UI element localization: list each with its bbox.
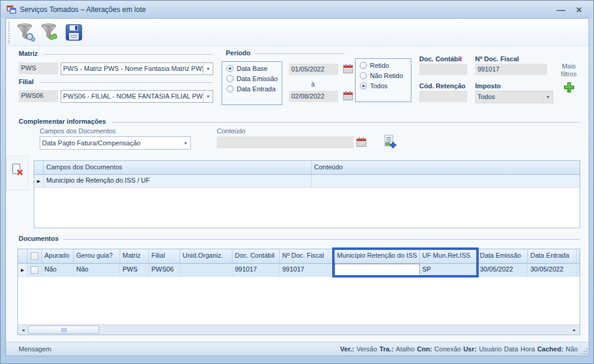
grid-side-toolbar: · · ·: [6, 156, 29, 190]
col-num-doc-fiscal[interactable]: Nº Doc. Fiscal: [280, 249, 335, 264]
save-button[interactable]: [62, 20, 86, 44]
imposto-combobox[interactable]: Todos ▼: [475, 91, 553, 103]
row-checkbox-cell[interactable]: [28, 264, 42, 277]
radio-data-base[interactable]: Data Base: [226, 65, 282, 72]
campos-documentos-dropdown-icon[interactable]: ▼: [181, 137, 190, 149]
radio-retido[interactable]: Retido: [360, 62, 411, 69]
matriz-divider: [44, 54, 213, 55]
cell-data-emissao[interactable]: 30/05/2022: [477, 264, 528, 277]
cell-gerou-guia[interactable]: Não: [74, 264, 120, 277]
documentos-grid-row[interactable]: ▶ Não Não PWS PWS06 991017 991017 SP 30/…: [18, 264, 580, 277]
filter-search-button[interactable]: [14, 20, 38, 44]
toolbar-grip[interactable]: [8, 22, 10, 43]
overflow-dots-icon[interactable]: · · ·: [12, 157, 23, 160]
resize-grip[interactable]: [581, 348, 587, 354]
app-icon: [7, 5, 16, 14]
status-tra-value: Atalho: [396, 345, 414, 353]
radio-todos[interactable]: Todos: [360, 82, 411, 89]
matriz-code-field[interactable]: PWS: [19, 62, 58, 74]
campos-grid-col-conteudo[interactable]: Conteúdo: [312, 161, 580, 175]
radio-nao-retido-icon[interactable]: [360, 72, 367, 79]
col-doc-contabil[interactable]: Doc. Contábil: [232, 249, 280, 264]
radio-retido-icon[interactable]: [360, 62, 367, 69]
col-gerou-guia[interactable]: Gerou guia?: [74, 249, 120, 264]
cell-uf-mun-ret-iss[interactable]: SP: [420, 264, 477, 277]
row-checkbox[interactable]: [31, 266, 38, 274]
periodo-divider: [255, 53, 345, 54]
mais-filtros-line2: filtros: [561, 70, 577, 78]
documentos-divider: [64, 239, 580, 240]
scrollbar-thumb[interactable]: [28, 326, 99, 334]
radio-data-entrada[interactable]: Data Entrada: [226, 85, 282, 93]
row-indicator-icon: ▶: [34, 175, 44, 188]
radio-data-emissao[interactable]: Data Emissão: [226, 75, 282, 82]
doc-contabil-field[interactable]: [419, 64, 467, 75]
status-message: Mensagem: [19, 345, 340, 353]
horizontal-scrollbar[interactable]: ◄ ►: [18, 324, 580, 335]
cod-retencao-field[interactable]: [419, 91, 467, 102]
cell-filial[interactable]: PWS06: [149, 264, 180, 277]
matriz-combobox[interactable]: PWS - Matriz PWS - Nome Fantasia Matriz …: [61, 62, 213, 75]
col-clipped[interactable]: D: [577, 249, 580, 264]
col-data-entrada[interactable]: Data Entrada: [528, 249, 577, 264]
cell-municipio-retencao-iss[interactable]: [335, 264, 420, 277]
col-apurado[interactable]: Apurado: [42, 249, 74, 264]
radio-data-entrada-icon[interactable]: [226, 85, 234, 93]
cell-data-entrada[interactable]: 30/05/2022: [528, 264, 577, 277]
add-field-button[interactable]: [383, 135, 396, 149]
matriz-label: Matriz: [19, 50, 38, 57]
imposto-dropdown-icon[interactable]: ▼: [543, 91, 553, 103]
col-matriz[interactable]: Matriz: [120, 249, 149, 264]
toolbar: [6, 19, 589, 46]
remove-field-button[interactable]: [10, 162, 25, 179]
status-cached-label: Cached:: [537, 345, 563, 353]
col-unid-organiz[interactable]: Unid.Organiz.: [180, 249, 232, 264]
campos-grid-cell-campo[interactable]: Município de Retenção do ISS / UF: [44, 175, 312, 188]
radio-data-base-icon[interactable]: [226, 65, 234, 72]
filial-code-field[interactable]: PWS06: [19, 90, 58, 102]
col-data-emissao[interactable]: Data Emissão: [477, 249, 528, 264]
imposto-combobox-value: Todos: [476, 91, 543, 103]
select-all-checkbox[interactable]: [31, 252, 38, 260]
minimize-button[interactable]: —: [553, 4, 569, 16]
date-to-calendar-icon[interactable]: [343, 91, 353, 101]
filial-combobox-value: PWS06 - FILIAL - NOME FANTASIA FILIAL PW…: [61, 91, 203, 102]
cell-clipped[interactable]: 3: [577, 264, 580, 277]
radio-todos-icon[interactable]: [360, 82, 367, 89]
campos-documentos-combobox[interactable]: Data Pagto Fatura/Compensação ▼: [40, 136, 191, 150]
cell-apurado[interactable]: Não: [42, 264, 74, 277]
date-to-field[interactable]: 02/08/2022: [289, 91, 338, 102]
scroll-left-icon[interactable]: ◄: [19, 326, 28, 335]
cell-unid-organiz[interactable]: [180, 264, 232, 277]
radio-nao-retido-label: Não Retido: [370, 72, 403, 79]
date-from-field[interactable]: 01/05/2022: [289, 64, 338, 75]
cell-matriz[interactable]: PWS: [120, 264, 149, 277]
cell-num-doc-fiscal[interactable]: 991017: [280, 264, 335, 277]
col-municipio-retencao-iss[interactable]: Município Retenção do ISS: [335, 249, 420, 264]
documentos-section-label: Documentos: [19, 235, 59, 242]
scroll-right-icon[interactable]: ►: [570, 326, 579, 335]
conteudo-field[interactable]: [217, 136, 354, 148]
conteudo-calendar-icon[interactable]: [356, 137, 366, 147]
radio-data-emissao-icon[interactable]: [226, 75, 234, 82]
campos-grid-col-campos[interactable]: Campos dos Documentos: [44, 161, 312, 175]
campos-grid-row[interactable]: ▶ Município de Retenção do ISS / UF: [34, 175, 580, 188]
matriz-dropdown-icon[interactable]: ▼: [203, 63, 213, 74]
matriz-combobox-value: PWS - Matriz PWS - Nome Fantasia Matriz …: [61, 63, 203, 74]
titlebar[interactable]: Serviços Tomados – Alterações em lote — …: [1, 1, 593, 18]
filial-dropdown-icon[interactable]: ▼: [203, 91, 213, 102]
filter-apply-button[interactable]: [38, 20, 62, 44]
cell-doc-contabil[interactable]: 991017: [232, 264, 280, 277]
filial-label: Filial: [19, 78, 34, 85]
close-button[interactable]: ✕: [571, 4, 587, 16]
mais-filtros-plus-icon[interactable]: [563, 82, 575, 93]
select-all-checkbox-cell[interactable]: [28, 249, 42, 264]
campos-grid-cell-conteudo[interactable]: [312, 175, 580, 188]
status-usr-value: Usuário: [479, 345, 502, 353]
num-doc-fiscal-field[interactable]: 991017: [475, 64, 547, 75]
filial-combobox[interactable]: PWS06 - FILIAL - NOME FANTASIA FILIAL PW…: [61, 90, 213, 103]
date-from-calendar-icon[interactable]: [343, 64, 353, 74]
col-uf-mun-ret-iss[interactable]: UF Mun.Ret.ISS: [420, 249, 477, 264]
radio-nao-retido[interactable]: Não Retido: [360, 72, 411, 79]
col-filial[interactable]: Filial: [149, 249, 180, 264]
